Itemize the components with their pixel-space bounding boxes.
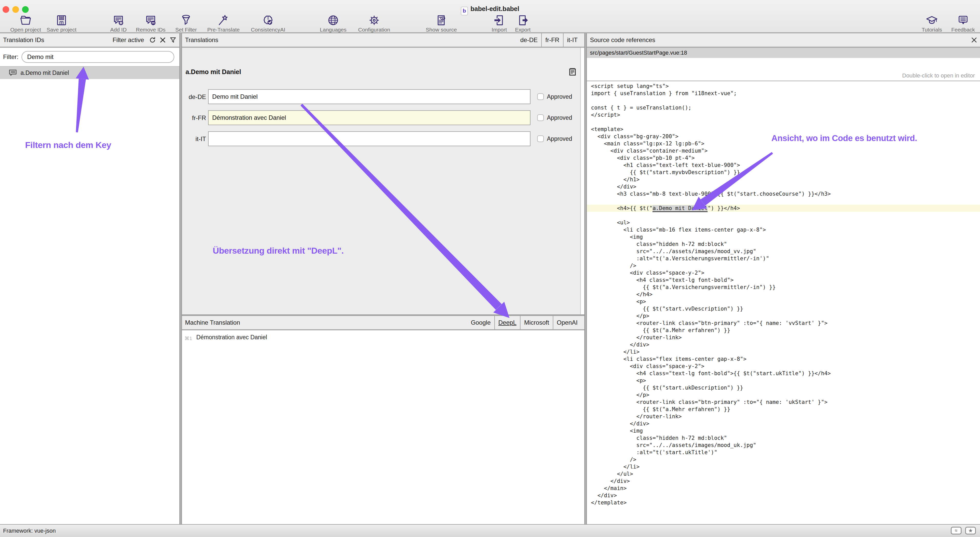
panel-title: Source code references (590, 37, 655, 44)
annotation-filter-note: Filtern nach dem Key (25, 140, 111, 150)
code-before: <script setup lang="ts"> import { useTra… (587, 83, 980, 205)
panel-title: Translation IDs (3, 37, 45, 44)
annotation-code-note: Ansicht, wo im Code es benutzt wird. (772, 133, 917, 143)
translation-input-fr-FR[interactable] (208, 110, 530, 125)
tab-microsoft[interactable]: Microsoft (520, 316, 552, 329)
language-label: it-IT (182, 135, 206, 143)
show-source-button[interactable]: Show source (416, 14, 467, 33)
export-icon (516, 14, 529, 27)
source-references-header: Source code references (587, 33, 980, 48)
panel-splitter-left[interactable] (180, 33, 182, 524)
clear-filter-icon[interactable] (160, 37, 165, 43)
highlighted-code-line: <h4>{{ $t("a.Demo mit Daniel") }}</h4> (587, 205, 980, 212)
tab-google[interactable]: Google (467, 316, 494, 329)
languages-icon (327, 14, 340, 27)
translation-input-de-DE[interactable] (208, 89, 530, 104)
filter-icon[interactable] (170, 37, 176, 43)
mt-suggestion-row[interactable]: ⌘1 Démonstration avec Daniel (182, 334, 584, 342)
translation-row-de-DE: de-DE Approved (182, 89, 584, 104)
save-project-icon (55, 14, 68, 27)
entry-id-heading: a.Demo mit Daniel (186, 68, 241, 76)
panel-title: Machine Translation (185, 319, 240, 326)
feedback-button[interactable]: Feedback (946, 14, 980, 33)
babeledit-window: bbabel-edit.babel Open project Save proj… (0, 0, 980, 537)
configuration-button[interactable]: Configuration (346, 14, 402, 33)
tutorials-icon (926, 14, 938, 27)
open-project-icon (19, 14, 32, 27)
approved-checkbox-fr-FR[interactable] (537, 115, 544, 121)
translations-panel: Translations de-DE fr-FR it-IT a.Demo mi… (182, 33, 584, 524)
approved-label: Approved (547, 135, 572, 142)
filter-row: Filter: (0, 48, 180, 67)
translation-row-it-IT: it-IT Approved (182, 131, 584, 146)
comment-bubble-icon (9, 69, 17, 76)
translation-entry-area: a.Demo mit Daniel de-DE Approved fr-FR A… (182, 48, 584, 314)
tab-deepl[interactable]: DeepL (494, 316, 520, 329)
add-id-icon (112, 14, 125, 27)
machine-translation-header: Machine Translation Google DeepL Microso… (182, 316, 584, 330)
refresh-icon[interactable] (149, 37, 156, 43)
approved-checkbox-de-DE[interactable] (537, 93, 544, 100)
approved-checkbox-it-IT[interactable] (537, 135, 544, 142)
close-icon[interactable] (971, 37, 977, 43)
import-icon (493, 14, 506, 27)
translation-ids-panel: Translation IDs Filter active Filter: a.… (0, 33, 180, 524)
tab-it-IT[interactable]: it-IT (563, 33, 581, 47)
feedback-icon (957, 14, 969, 27)
shortcut-label: ⌘1 (185, 335, 192, 341)
mt-suggestion-text: Démonstration avec Daniel (196, 334, 267, 341)
notes-icon[interactable] (568, 67, 577, 78)
save-project-button[interactable]: Save project (37, 14, 86, 33)
tab-openai[interactable]: OpenAI (553, 316, 581, 329)
translation-key-highlight[interactable]: a.Demo mit Daniel (652, 205, 708, 212)
framework-status: Framework: vue-json (3, 527, 56, 534)
source-references-panel: Source code references src/pages/start/G… (587, 33, 980, 524)
panel-title: Translations (185, 37, 218, 44)
open-in-editor-hint: Double-click to open in editor (902, 72, 975, 79)
translation-id-list-item[interactable]: a.Demo mit Daniel (0, 67, 180, 79)
divider (587, 81, 980, 81)
configuration-icon (368, 14, 380, 27)
consistency-ai-icon (262, 14, 274, 27)
translations-header: Translations de-DE fr-FR it-IT (182, 33, 584, 48)
filter-label: Filter: (3, 53, 19, 61)
language-label: de-DE (182, 93, 206, 100)
scrollbar-track[interactable] (580, 48, 584, 314)
remove-ids-icon (144, 14, 157, 27)
source-reference-item[interactable]: src/pages/start/GuestStartPage.vue:18 (587, 48, 980, 58)
annotation-deepl-note: Übersetzung direkt mit "DeepL". (213, 246, 344, 256)
set-filter-icon (180, 14, 192, 27)
filter-input[interactable] (22, 51, 174, 63)
language-tabs: de-DE fr-FR it-IT (517, 33, 581, 47)
approved-label: Approved (547, 93, 572, 100)
tab-fr-FR[interactable]: fr-FR (541, 33, 563, 47)
panel-splitter-right[interactable] (584, 33, 587, 524)
translation-input-it-IT[interactable] (208, 131, 530, 146)
translation-ids-header: Translation IDs Filter active (0, 33, 180, 48)
filter-active-status: Filter active (113, 37, 144, 44)
source-code-view[interactable]: <script setup lang="ts"> import { useTra… (587, 83, 980, 506)
status-bar: Framework: vue-json ≈ ★ (0, 524, 980, 537)
bookmark-status-icon[interactable]: ★ (965, 527, 976, 534)
approved-label: Approved (547, 115, 572, 121)
translation-row-fr-FR: fr-FR Approved (182, 110, 584, 125)
pre-translate-icon (217, 14, 230, 27)
translation-id-label: a.Demo mit Daniel (21, 70, 69, 76)
language-label: fr-FR (182, 115, 206, 121)
tab-de-DE[interactable]: de-DE (517, 33, 541, 47)
consistency-ai-button[interactable]: ConsistencyAI (240, 14, 296, 33)
machine-translation-status-icon[interactable]: ≈ (951, 527, 961, 534)
show-source-icon (435, 14, 448, 27)
titlebar-toolbar: bbabel-edit.babel Open project Save proj… (0, 0, 980, 33)
provider-tabs: Google DeepL Microsoft OpenAI (467, 316, 581, 329)
machine-translation-body: ⌘1 Démonstration avec Daniel (182, 330, 584, 524)
export-button[interactable]: Export (506, 14, 540, 33)
code-after: <ul> <li class="mb-16 flex items-center … (587, 212, 980, 506)
